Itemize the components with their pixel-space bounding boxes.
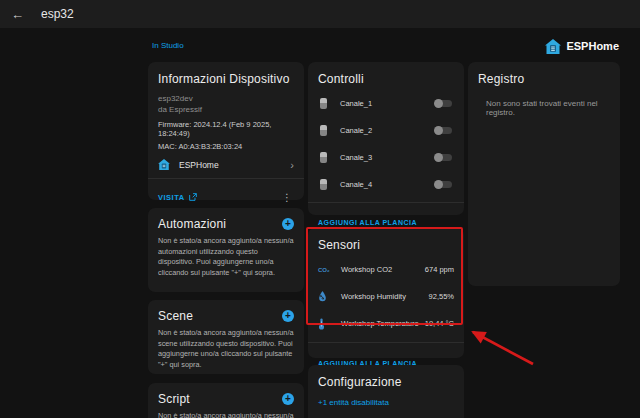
sensors-card: Sensori CO₂ Workshop CO2 674 ppm Worksho… (308, 228, 464, 358)
toggle-canale-4[interactable] (435, 181, 452, 188)
sensor-value: 19,44 °C (425, 319, 454, 328)
back-arrow-icon[interactable]: ← (11, 7, 24, 22)
breadcrumb-area-link[interactable]: In Studio (152, 41, 184, 50)
chevron-right-icon: › (290, 159, 294, 171)
visit-label: VISITA (158, 193, 185, 202)
logbook-card: Registro Non sono stati trovati eventi n… (468, 62, 620, 286)
esphome-integration-icon (158, 159, 170, 170)
app-bar: ← esp32 (0, 0, 640, 28)
sensor-name: Workshop Humidity (341, 292, 429, 301)
device-info-card: Informazioni Dispositivo esp32dev da Esp… (148, 62, 304, 200)
device-info-title: Informazioni Dispositivo (158, 72, 294, 86)
switch-entity-icon (320, 98, 327, 109)
visit-link[interactable]: VISITA (158, 193, 197, 202)
switch-entity-icon (320, 179, 327, 190)
entity-name: Canale_4 (340, 180, 435, 189)
toggle-canale-1[interactable] (435, 100, 452, 107)
device-card-footer: VISITA ⋮ (148, 186, 304, 209)
toggle-thumb (434, 153, 443, 162)
disabled-entities-link[interactable]: +1 entità disabilitata (318, 398, 389, 407)
control-row-canale-2[interactable]: Canale_2 (318, 117, 454, 144)
add-script-button[interactable]: + (282, 393, 294, 405)
scenes-title: Scene (158, 309, 193, 323)
toggle-thumb (434, 99, 443, 108)
device-mac: MAC: A0:A3:B3:2B:03:24 (158, 142, 294, 151)
open-in-new-icon (189, 193, 197, 201)
toggle-canale-2[interactable] (435, 127, 452, 134)
page-title: esp32 (41, 7, 74, 21)
scripts-title: Script (158, 392, 190, 406)
control-row-canale-4[interactable]: Canale_4 (318, 171, 454, 198)
configuration-card: Configurazione +1 entità disabilitata (308, 365, 464, 418)
esphome-house-icon (545, 39, 561, 54)
more-options-icon[interactable]: ⋮ (280, 192, 294, 203)
scenes-card: Scene + Non è stato/a ancora aggiunto/a … (148, 300, 304, 374)
switch-entity-icon (320, 152, 327, 163)
logbook-title: Registro (478, 72, 610, 86)
scenes-empty-text: Non è stato/a ancora aggiunto/a nessun/a… (158, 328, 294, 370)
automations-card: Automazioni + Non è stato/a ancora aggiu… (148, 208, 304, 292)
thermometer-icon (318, 318, 333, 330)
sensor-name: Workshop CO2 (341, 265, 425, 274)
entity-name: Canale_2 (340, 126, 435, 135)
controls-card: Controlli Canale_1 Canale_2 Canale_3 Can… (308, 62, 464, 215)
divider (148, 178, 304, 179)
automations-title: Automazioni (158, 217, 226, 231)
scripts-empty-text: Non è stato/a ancora aggiunto/a nessun/a (158, 411, 294, 418)
scripts-card: Script + Non è stato/a ancora aggiunto/a… (148, 383, 304, 418)
sensor-name: Workshop Temperature (341, 319, 425, 328)
add-scene-button[interactable]: + (282, 310, 294, 322)
automations-empty-text: Non è stato/a ancora aggiunto/a nessun/a… (158, 236, 294, 278)
toggle-thumb (434, 180, 443, 189)
device-firmware: Firmware: 2024.12.4 (Feb 9 2025, 18:24:4… (158, 120, 294, 138)
molecule-co2-icon: CO₂ (318, 267, 333, 273)
esphome-brand: ESPHome (545, 37, 619, 55)
sensor-value: 92,55% (429, 292, 454, 301)
entity-name: Canale_3 (340, 153, 435, 162)
device-page: ← esp32 In Studio ESPHome Informazioni D… (0, 0, 640, 418)
sensor-row-co2[interactable]: CO₂ Workshop CO2 674 ppm (318, 256, 454, 283)
brand-name: ESPHome (566, 40, 619, 52)
device-manufacturer: da Espressif (158, 105, 294, 116)
logbook-empty-text: Non sono stati trovati eventi nel regist… (486, 99, 610, 117)
switch-entity-icon (320, 125, 327, 136)
integration-row-esphome[interactable]: ESPHome › (158, 159, 294, 171)
sensor-row-temperature[interactable]: Workshop Temperature 19,44 °C (318, 310, 454, 337)
add-automation-button[interactable]: + (282, 218, 294, 230)
sensor-row-humidity[interactable]: Workshop Humidity 92,55% (318, 283, 454, 310)
configuration-title: Configurazione (318, 375, 454, 389)
add-to-dashboard-link[interactable]: AGGIUNGI ALLA PLANCIA (318, 219, 417, 226)
control-row-canale-1[interactable]: Canale_1 (318, 90, 454, 117)
co2-icon-text: CO₂ (318, 267, 330, 273)
sensors-title: Sensori (318, 238, 454, 252)
controls-title: Controlli (318, 72, 454, 86)
entity-name: Canale_1 (340, 99, 435, 108)
humidity-icon (318, 291, 333, 302)
toggle-thumb (434, 126, 443, 135)
device-model: esp32dev (158, 94, 294, 105)
sensor-value: 674 ppm (425, 265, 454, 274)
toggle-canale-3[interactable] (435, 154, 452, 161)
control-row-canale-3[interactable]: Canale_3 (318, 144, 454, 171)
integration-label: ESPHome (179, 160, 290, 170)
